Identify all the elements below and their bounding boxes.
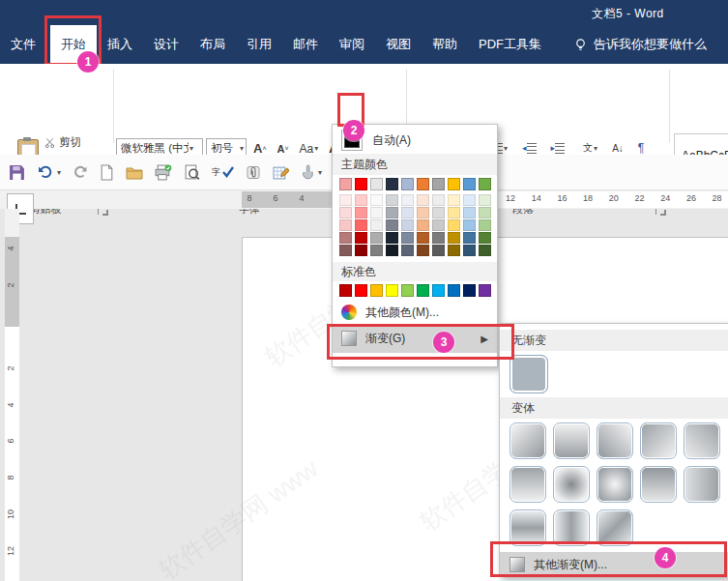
theme-tint-swatch[interactable] [463, 194, 476, 206]
theme-tint-swatch[interactable] [386, 245, 398, 256]
no-gradient-swatch[interactable] [510, 355, 548, 393]
gradient-variant-swatch[interactable] [684, 466, 720, 503]
theme-tint-swatch[interactable] [370, 219, 383, 231]
more-gradients-item[interactable]: 其他渐变(M)... [500, 552, 728, 577]
theme-tint-swatch[interactable] [479, 207, 491, 218]
gradient-variant-swatch[interactable] [640, 422, 677, 459]
theme-tint-swatch[interactable] [448, 232, 460, 244]
theme-color-swatch[interactable] [463, 178, 476, 190]
theme-tint-swatch[interactable] [401, 232, 414, 244]
gradient-item[interactable]: 渐变(G) ▶ [333, 324, 497, 353]
theme-tint-swatch[interactable] [355, 219, 367, 231]
theme-tint-swatch[interactable] [432, 207, 445, 218]
tab-help[interactable]: 帮助 [422, 25, 468, 64]
print-preview-button[interactable] [183, 163, 201, 182]
theme-tint-swatch[interactable] [432, 245, 445, 256]
theme-tint-swatch[interactable] [448, 207, 460, 218]
tab-pdf-tools[interactable]: PDF工具集 [468, 25, 552, 64]
theme-tint-swatch[interactable] [401, 194, 414, 206]
tab-layout[interactable]: 布局 [189, 25, 236, 64]
theme-tint-swatch[interactable] [417, 245, 429, 256]
theme-color-swatch[interactable] [370, 178, 383, 190]
new-document-button[interactable] [99, 163, 115, 182]
cut-button[interactable]: 剪切 [44, 135, 81, 150]
theme-tint-swatch[interactable] [463, 207, 476, 218]
standard-color-swatch[interactable] [370, 284, 383, 297]
theme-color-swatch[interactable] [386, 178, 398, 190]
theme-color-swatch[interactable] [417, 178, 429, 190]
theme-tint-swatch[interactable] [339, 245, 352, 256]
tab-view[interactable]: 视图 [375, 25, 422, 64]
theme-color-swatch[interactable] [448, 178, 460, 190]
gradient-variant-swatch[interactable] [640, 466, 677, 503]
open-button[interactable] [125, 164, 144, 181]
theme-tint-swatch[interactable] [479, 194, 491, 206]
tab-mailings[interactable]: 邮件 [282, 25, 329, 64]
gradient-variant-swatch[interactable] [597, 466, 633, 503]
standard-color-swatch[interactable] [401, 284, 414, 297]
gradient-variant-swatch[interactable] [553, 509, 590, 546]
undo-button[interactable]: ▾ [36, 163, 62, 181]
theme-tint-swatch[interactable] [479, 219, 491, 231]
tab-references[interactable]: 引用 [236, 25, 282, 64]
tab-insert[interactable]: 插入 [97, 25, 143, 64]
gradient-variant-swatch[interactable] [597, 422, 633, 459]
theme-color-swatch[interactable] [355, 178, 367, 190]
standard-color-swatch[interactable] [386, 284, 398, 297]
gradient-variant-swatch[interactable] [510, 422, 546, 459]
theme-tint-swatch[interactable] [401, 207, 414, 218]
edit-table-button[interactable] [272, 163, 290, 182]
vertical-ruler[interactable]: 42 24681012 [5, 209, 19, 581]
theme-tint-swatch[interactable] [463, 245, 476, 256]
theme-tint-swatch[interactable] [370, 232, 383, 244]
gradient-variant-swatch[interactable] [553, 422, 590, 459]
quick-print-button[interactable] [154, 163, 173, 182]
theme-tint-swatch[interactable] [417, 232, 429, 244]
theme-tint-swatch[interactable] [386, 232, 398, 244]
theme-tint-swatch[interactable] [370, 245, 383, 256]
theme-tint-swatch[interactable] [355, 232, 367, 244]
theme-tint-swatch[interactable] [448, 219, 460, 231]
tab-review[interactable]: 审阅 [329, 25, 375, 64]
theme-tint-swatch[interactable] [355, 207, 367, 218]
standard-color-swatch[interactable] [417, 284, 429, 297]
tell-me-box[interactable]: 告诉我你想要做什么 [566, 25, 714, 64]
theme-tint-swatch[interactable] [370, 194, 383, 206]
theme-color-swatch[interactable] [401, 178, 414, 190]
save-button[interactable] [8, 163, 26, 182]
theme-tint-swatch[interactable] [448, 245, 460, 256]
theme-tint-swatch[interactable] [463, 232, 476, 244]
theme-tint-swatch[interactable] [386, 219, 398, 231]
decrease-indent-button[interactable]: ◂ [518, 141, 540, 156]
increase-indent-button[interactable]: ▸ [547, 141, 569, 156]
standard-color-swatch[interactable] [479, 284, 491, 297]
gradient-variant-swatch[interactable] [510, 509, 546, 546]
theme-color-swatch[interactable] [479, 178, 491, 190]
theme-tint-swatch[interactable] [432, 219, 445, 231]
theme-color-swatch[interactable] [432, 178, 445, 190]
tab-design[interactable]: 设计 [143, 25, 189, 64]
spelling-grammar-button[interactable]: 字 [211, 165, 235, 180]
theme-tint-swatch[interactable] [386, 207, 398, 218]
standard-color-swatch[interactable] [432, 284, 445, 297]
theme-tint-swatch[interactable] [339, 232, 352, 244]
gradient-variant-swatch[interactable] [510, 466, 546, 503]
theme-tint-swatch[interactable] [386, 194, 398, 206]
touch-mode-button[interactable]: ▾ [300, 163, 323, 181]
theme-tint-swatch[interactable] [432, 232, 445, 244]
redo-button[interactable] [72, 163, 89, 181]
more-colors-item[interactable]: 其他颜色(M)... [333, 301, 497, 324]
theme-tint-swatch[interactable] [339, 194, 352, 206]
standard-color-swatch[interactable] [339, 284, 352, 297]
theme-color-swatch[interactable] [339, 178, 352, 190]
theme-tint-swatch[interactable] [417, 194, 429, 206]
gradient-variant-swatch[interactable] [684, 422, 720, 459]
theme-tint-swatch[interactable] [417, 207, 429, 218]
theme-tint-swatch[interactable] [401, 245, 414, 256]
attachment-button[interactable] [245, 163, 262, 182]
tab-home[interactable]: 开始 1 [50, 25, 97, 64]
gradient-variant-swatch[interactable] [553, 466, 590, 503]
theme-tint-swatch[interactable] [339, 219, 352, 231]
theme-tint-swatch[interactable] [432, 194, 445, 206]
standard-color-swatch[interactable] [448, 284, 460, 297]
